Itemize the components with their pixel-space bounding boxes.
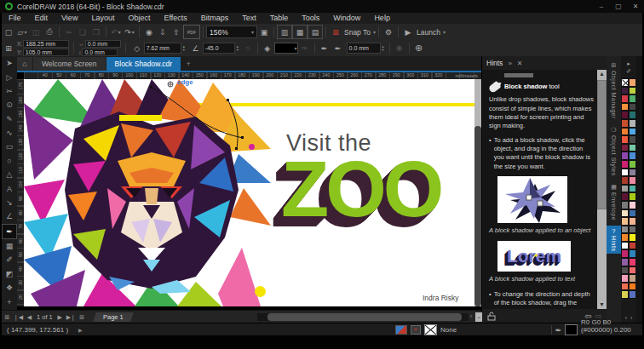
object-width-field[interactable]: 0.0 mm: [85, 40, 121, 48]
zoom-tool[interactable]: ⊙: [3, 98, 16, 112]
launch-dropdown[interactable]: Launch: [417, 28, 440, 37]
connector-tool[interactable]: ∠: [3, 209, 16, 223]
palette-swatch[interactable]: [629, 103, 636, 112]
tab-block-shadow[interactable]: Block Shadow.cdr: [106, 57, 181, 71]
publish-pdf-icon[interactable]: PDF: [183, 25, 200, 39]
menu-object[interactable]: Object: [121, 13, 157, 24]
pick-tool[interactable]: ➤: [3, 56, 16, 70]
palette-swatch[interactable]: [621, 176, 629, 185]
object-height-field[interactable]: 0.0 mm: [82, 49, 118, 56]
outline-spinner[interactable]: ▲▼: [382, 45, 385, 52]
show-guidelines-icon[interactable]: ▤: [308, 25, 323, 39]
show-rulers-icon[interactable]: ▥: [277, 25, 292, 39]
scroll-down-icon[interactable]: ▼: [599, 300, 605, 309]
palette-swatch[interactable]: [629, 111, 636, 119]
zoom-level-select[interactable]: 156%▾: [206, 26, 257, 38]
paste-icon[interactable]: ❐: [89, 26, 103, 38]
scrollbar-thumb[interactable]: [597, 80, 607, 209]
palette-swatch[interactable]: [621, 258, 629, 266]
object-x-field[interactable]: 188.25 mm: [23, 40, 69, 48]
palette-swatch[interactable]: [629, 242, 636, 250]
menu-bitmaps[interactable]: Bitmaps: [194, 13, 236, 24]
welcome-home-icon[interactable]: ⌂: [17, 57, 32, 71]
palette-swatch[interactable]: [629, 176, 636, 185]
text-tool[interactable]: A: [3, 182, 16, 196]
palette-swatch[interactable]: [621, 290, 629, 299]
palette-swatch[interactable]: [629, 274, 636, 283]
palette-swatch[interactable]: [629, 217, 636, 226]
shadow-color-picker[interactable]: ▾: [274, 43, 298, 54]
palette-swatch[interactable]: [621, 233, 629, 242]
palette-swatch[interactable]: [621, 144, 629, 152]
palette-swatch[interactable]: [629, 209, 636, 218]
dimension-tool[interactable]: ↘: [3, 196, 16, 209]
scroll-up-icon[interactable]: ▲: [599, 70, 605, 78]
palette-swatch[interactable]: [621, 283, 629, 291]
object-y-field[interactable]: 105.0 mm: [23, 49, 69, 56]
add-page-icon[interactable]: ⊞: [2, 314, 13, 321]
palette-swatch[interactable]: [621, 226, 629, 234]
palette-swatch[interactable]: [629, 249, 636, 258]
palette-eyedropper-icon[interactable]: ✐: [626, 67, 631, 75]
show-grid-icon[interactable]: ▦: [292, 25, 308, 39]
palette-swatch[interactable]: [629, 258, 636, 266]
palette-swatch[interactable]: [621, 217, 629, 226]
palette-swatch[interactable]: [629, 135, 636, 144]
palette-swatch[interactable]: [629, 201, 636, 209]
drawing-canvas[interactable]: edge Visit the ZOO Indra Risky: [24, 79, 481, 306]
docker-collapse-icon[interactable]: »: [508, 60, 511, 67]
palette-swatch[interactable]: [621, 209, 629, 218]
palette-swatch[interactable]: [621, 185, 629, 193]
cut-icon[interactable]: ✂: [62, 26, 76, 38]
palette-swatch[interactable]: [629, 169, 636, 177]
palette-swatch[interactable]: [621, 192, 629, 201]
palette-swatch[interactable]: [621, 249, 629, 258]
palette-swatch[interactable]: [621, 111, 629, 119]
clear-shadow-icon[interactable]: ❋: [393, 42, 406, 54]
palette-swatch[interactable]: [629, 119, 636, 128]
palette-swatch[interactable]: [629, 144, 636, 152]
palette-swatch[interactable]: [629, 87, 636, 95]
palette-swatch[interactable]: [629, 266, 636, 275]
menu-view[interactable]: View: [55, 13, 84, 24]
first-page-icon[interactable]: ❘◀: [13, 314, 24, 321]
block-shadow-tool[interactable]: ✒: [2, 224, 17, 239]
palette-swatch[interactable]: [629, 160, 636, 169]
outline-width-field[interactable]: 0.0 mm: [347, 43, 381, 54]
shape-tool[interactable]: ▷: [3, 71, 16, 84]
open-icon[interactable]: ▱▾: [15, 26, 29, 38]
undo-icon[interactable]: ↶▾: [109, 26, 123, 38]
tab-welcome-screen[interactable]: Welcome Screen: [33, 57, 106, 71]
scrollbar-thumb[interactable]: [267, 313, 462, 321]
previous-page-icon[interactable]: ◀: [24, 314, 35, 321]
freehand-tool[interactable]: ✎: [3, 112, 16, 126]
launch-icon[interactable]: ▶: [401, 26, 415, 38]
palette-swatch[interactable]: [621, 160, 629, 169]
close-button[interactable]: ✕: [627, 0, 644, 13]
canvas-horizontal-scrollbar[interactable]: [257, 313, 469, 321]
menu-help[interactable]: Help: [367, 13, 397, 24]
full-screen-preview-icon[interactable]: ▣: [257, 26, 271, 38]
add-page-after-icon[interactable]: ⊞: [77, 314, 88, 321]
color-eyedropper-tool[interactable]: ✐: [3, 253, 16, 266]
rectangle-tool[interactable]: ▭: [3, 140, 16, 153]
import-icon[interactable]: ⇩: [156, 26, 170, 38]
pan-zoom-icon[interactable]: ⌄: [475, 312, 482, 322]
copy-shadow-icon[interactable]: ✑: [298, 42, 312, 54]
smart-fill-tool[interactable]: ❖: [3, 281, 16, 295]
palette-swatch[interactable]: [621, 266, 629, 275]
palette-swatch[interactable]: [621, 169, 629, 177]
scroll-right-icon[interactable]: ›: [470, 313, 472, 319]
palette-swatch[interactable]: [629, 233, 636, 242]
redo-icon[interactable]: ↷▾: [123, 26, 136, 38]
coordinates-flyout-icon[interactable]: ▶: [78, 327, 83, 333]
add-preset-icon[interactable]: ⊕: [412, 42, 426, 54]
palette-swatch[interactable]: [621, 128, 629, 136]
copy-icon[interactable]: ❏: [76, 26, 89, 38]
docker-tab-object-manager[interactable]: ⊞ Object Manager: [607, 60, 621, 122]
docker-tab-hints[interactable]: ? Hints: [607, 226, 621, 254]
lock-icon[interactable]: [487, 312, 496, 321]
transparency-tool[interactable]: ▦: [3, 239, 16, 253]
next-page-icon[interactable]: ▶: [55, 314, 66, 321]
minimize-button[interactable]: –: [593, 0, 610, 13]
